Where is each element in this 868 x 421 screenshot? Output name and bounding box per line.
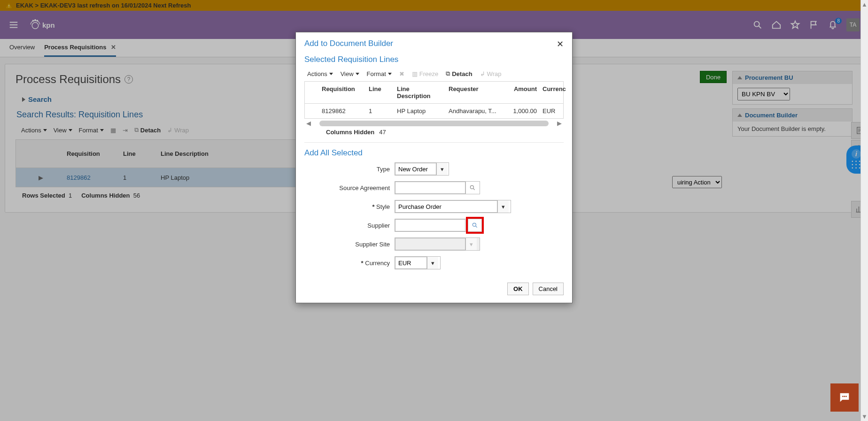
dlg-wrap-button[interactable]: ↲Wrap: [480, 70, 502, 77]
add-to-document-builder-dialog: Add to Document Builder ✕ Selected Requi…: [295, 32, 573, 217]
dialog-cols-hidden: Columns Hidden47: [326, 129, 564, 136]
dialog-subtitle-2: Add All Selected: [296, 145, 572, 160]
style-label: * Style: [315, 203, 395, 210]
svg-point-8: [470, 185, 473, 189]
chevron-down-icon[interactable]: ▾: [436, 163, 448, 175]
dcol-requester[interactable]: Requester: [446, 82, 502, 103]
source-agreement-input[interactable]: [395, 181, 480, 194]
search-icon[interactable]: [465, 182, 479, 194]
dlg-delete-icon: ✖: [399, 70, 404, 77]
dcol-line-description[interactable]: Line Description: [394, 82, 446, 103]
dialog-subtitle-1: Selected Requisition Lines: [296, 52, 572, 66]
page-scrollbar[interactable]: ▲ ▼: [860, 0, 868, 217]
dialog-title: Add to Document Builder: [304, 39, 393, 48]
type-select[interactable]: ▾: [395, 162, 449, 176]
scroll-right-icon[interactable]: ▶: [555, 120, 564, 127]
scroll-up-icon[interactable]: ▲: [861, 0, 868, 9]
source-agreement-label: Source Agreement: [315, 184, 395, 191]
dcol-requisition[interactable]: Requisition: [319, 82, 366, 103]
dcell-line: 1: [366, 104, 394, 118]
dialog-hscroll[interactable]: ◀ ▶: [304, 120, 564, 127]
dcell-currency: EUR: [540, 104, 568, 118]
dcell-requester: Andhavarapu, T...: [446, 104, 502, 118]
dialog-table-row[interactable]: 8129862 1 HP Laptop Andhavarapu, T... 1,…: [305, 104, 563, 118]
dcell-desc: HP Laptop: [394, 104, 446, 118]
scroll-left-icon[interactable]: ◀: [304, 120, 313, 127]
dialog-table: Requisition Line Line Description Reques…: [304, 81, 564, 119]
chevron-down-icon[interactable]: ▾: [497, 200, 509, 213]
type-label: Type: [315, 166, 395, 173]
add-form: Type ▾ Source Agreement * Style: [296, 160, 572, 217]
modal-overlay: Add to Document Builder ✕ Selected Requi…: [0, 0, 868, 217]
dlg-format-menu[interactable]: Format: [367, 70, 392, 77]
close-icon[interactable]: ✕: [557, 39, 564, 49]
dcol-line[interactable]: Line: [366, 82, 394, 103]
scroll-track[interactable]: [319, 121, 549, 126]
dlg-detach-button[interactable]: ⧉Detach: [446, 70, 472, 77]
dcol-amount[interactable]: Amount: [502, 82, 540, 103]
dlg-actions-menu[interactable]: Actions: [307, 70, 333, 77]
dcol-currency[interactable]: Currenc: [540, 82, 568, 103]
dcell-amount: 1,000.00: [502, 104, 540, 118]
dcell-req: 8129862: [319, 104, 366, 118]
dialog-toolbar: Actions View Format ✖ ▥Freeze ⧉Detach ↲W…: [296, 66, 572, 81]
style-select[interactable]: ▾: [395, 200, 511, 213]
dlg-freeze-button[interactable]: ▥Freeze: [412, 70, 438, 77]
dlg-view-menu[interactable]: View: [341, 70, 359, 77]
